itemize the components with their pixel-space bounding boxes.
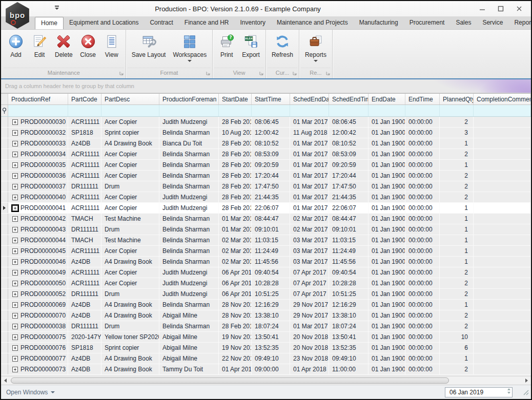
- horizontal-scrollbar[interactable]: [1, 376, 531, 385]
- maximize-button[interactable]: [493, 4, 508, 14]
- table-row[interactable]: PROD00000044TMACHTest MachineBelinda Sha…: [1, 235, 531, 246]
- table-row[interactable]: PROD000000752020-147YYellow toner SP2020…: [1, 332, 531, 343]
- expand-row-icon[interactable]: [12, 345, 18, 351]
- expand-row-icon[interactable]: [12, 184, 18, 190]
- column-header-enddate[interactable]: EndDate: [369, 94, 405, 104]
- date-spin-down-icon[interactable]: [507, 392, 510, 394]
- expand-row-icon[interactable]: [12, 227, 18, 233]
- add-button[interactable]: Add: [4, 32, 28, 59]
- quick-access-dropdown-icon[interactable]: [54, 6, 59, 12]
- table-row[interactable]: PROD00000033Az4DBA4 Drawing BookBianca D…: [1, 138, 531, 149]
- table-row[interactable]: PROD00000041ACR11111Acer CopierJudith Mu…: [1, 203, 531, 214]
- column-header-starttime[interactable]: StartTime: [252, 94, 290, 104]
- tab-contract[interactable]: Contract: [144, 17, 178, 29]
- filter-cell-endtime[interactable]: [405, 105, 440, 116]
- expand-row-icon[interactable]: [12, 141, 18, 146]
- table-row[interactable]: PROD00000043DR111111DrumBelinda Sharman0…: [1, 224, 531, 235]
- table-row[interactable]: PROD00000073Az4DBA4 Drawing BookTammy Du…: [1, 364, 531, 375]
- expand-row-icon[interactable]: [12, 162, 18, 168]
- open-windows-button[interactable]: Open Windows: [6, 389, 55, 396]
- tab-equipment-and-locations[interactable]: Equipment and Locations: [64, 17, 144, 29]
- filter-cell-schedenddate[interactable]: [290, 105, 329, 116]
- date-field[interactable]: 06 Jan 2019: [445, 387, 513, 397]
- dialog-launcher-icon[interactable]: [119, 70, 124, 76]
- scroll-right-icon[interactable]: [522, 376, 531, 385]
- column-header-endtime[interactable]: EndTime: [405, 94, 440, 104]
- filter-cell-plannedqty[interactable]: [440, 105, 474, 116]
- expand-row-icon[interactable]: [12, 324, 18, 329]
- scrollbar-thumb[interactable]: [11, 377, 449, 384]
- table-row[interactable]: PROD00000045ACR11111Acer CopierBelinda S…: [1, 246, 531, 257]
- expand-row-icon[interactable]: [12, 130, 18, 136]
- export-button[interactable]: XLSXExport: [238, 32, 263, 59]
- dialog-launcher-icon[interactable]: [326, 70, 330, 76]
- save-layout-button[interactable]: Save Layout: [128, 32, 170, 59]
- tab-home[interactable]: Home: [35, 17, 64, 29]
- expand-row-icon[interactable]: [12, 119, 18, 125]
- close-button[interactable]: [511, 4, 527, 14]
- delete-button[interactable]: Delete: [51, 32, 76, 59]
- refresh-button[interactable]: Refresh: [268, 32, 297, 59]
- filter-cell-startdate[interactable]: [219, 105, 252, 116]
- date-spin-up-icon[interactable]: [507, 388, 510, 390]
- column-header-schedendtime[interactable]: SchedEndTime: [329, 94, 369, 104]
- table-row[interactable]: PROD00000049ACR11111Acer CopierJudith Mu…: [1, 267, 531, 278]
- expand-row-icon[interactable]: [12, 356, 18, 362]
- tab-service[interactable]: Service: [477, 17, 508, 29]
- dialog-launcher-icon[interactable]: [206, 70, 210, 76]
- expand-row-icon[interactable]: [12, 216, 18, 222]
- expand-row-icon[interactable]: [12, 302, 18, 308]
- expand-row-icon[interactable]: [12, 248, 18, 254]
- table-row[interactable]: PROD00000050ACR11111Acer CopierJudith Mu…: [1, 278, 531, 289]
- expand-row-icon[interactable]: [12, 281, 18, 286]
- edit-button[interactable]: Edit: [28, 32, 51, 59]
- table-row[interactable]: PROD00000069Az4DBA4 Drawing BookBelinda …: [1, 300, 531, 310]
- print-button[interactable]: ?Print: [215, 32, 238, 59]
- table-row[interactable]: PROD00000042TMACHTest MachineBelinda Sha…: [1, 214, 531, 224]
- scroll-left-icon[interactable]: [1, 376, 10, 385]
- filter-cell-starttime[interactable]: [252, 105, 290, 116]
- filter-cell-productionref[interactable]: [8, 105, 68, 116]
- dialog-launcher-icon[interactable]: [293, 70, 297, 76]
- column-header-completioncomments[interactable]: CompletionComments: [474, 94, 531, 104]
- tab-manufacturing[interactable]: Manufacturing: [354, 17, 404, 29]
- table-row[interactable]: PROD00000077Az4DBA4 Drawing BookAbigail …: [1, 353, 531, 364]
- column-header-partdesc[interactable]: PartDesc: [101, 94, 159, 104]
- group-by-band[interactable]: Drag a column header here to group by th…: [1, 79, 531, 93]
- column-header-partcode[interactable]: PartCode: [68, 94, 101, 104]
- view-button[interactable]: View: [100, 32, 124, 59]
- table-row[interactable]: PROD00000070Az4DBA4 Drawing BookAbigail …: [1, 310, 531, 321]
- tab-sales[interactable]: Sales: [450, 17, 477, 29]
- filter-cell-partdesc[interactable]: [101, 105, 159, 116]
- dialog-launcher-icon[interactable]: [259, 70, 263, 76]
- filter-cell-completioncomments[interactable]: [474, 105, 531, 116]
- table-row[interactable]: PROD00000052DR111111DrumJudith Mudzengi0…: [1, 289, 531, 300]
- tab-inventory[interactable]: Inventory: [235, 17, 271, 29]
- table-row[interactable]: PROD00000046Az4DBA4 Drawing BookBelinda …: [1, 257, 531, 267]
- table-row[interactable]: PROD00000076SP1818Sprint copierAbigail M…: [1, 343, 531, 353]
- expand-row-icon[interactable]: [12, 238, 18, 243]
- tab-maintenance-and-projects[interactable]: Maintenance and Projects: [271, 17, 354, 29]
- table-row[interactable]: PROD00000034ACR11111Acer CopierBelinda S…: [1, 149, 531, 160]
- minimize-button[interactable]: [475, 4, 490, 14]
- expand-row-icon[interactable]: [12, 334, 18, 340]
- table-row[interactable]: PROD00000037DR111111DrumBelinda Sharman2…: [1, 181, 531, 192]
- tab-procurement[interactable]: Procurement: [404, 17, 451, 29]
- column-header-schedenddate[interactable]: SchedEndDate: [290, 94, 329, 104]
- workspaces-button[interactable]: Workspaces: [169, 32, 210, 62]
- column-header-plannedqty[interactable]: PlannedQty: [440, 94, 474, 104]
- table-row[interactable]: PROD00000035ACR11111Acer CopierBelinda S…: [1, 160, 531, 171]
- column-header-productionref[interactable]: ProductionRef: [8, 94, 68, 104]
- expand-row-icon[interactable]: [12, 259, 18, 265]
- filter-cell-partcode[interactable]: [68, 105, 101, 116]
- expand-row-icon[interactable]: [12, 195, 18, 200]
- filter-cell-schedendtime[interactable]: [329, 105, 369, 116]
- filter-cell-productionforeman[interactable]: [159, 105, 219, 116]
- table-row[interactable]: PROD00000036ACR11111Acer CopierBelinda S…: [1, 171, 531, 181]
- table-row[interactable]: PROD00000040ACR11111Acer CopierJudith Mu…: [1, 192, 531, 203]
- expand-row-icon[interactable]: [12, 205, 18, 211]
- column-header-startdate[interactable]: StartDate: [219, 94, 252, 104]
- filter-cell-enddate[interactable]: [369, 105, 405, 116]
- tab-finance-and-hr[interactable]: Finance and HR: [179, 17, 235, 29]
- expand-row-icon[interactable]: [12, 367, 18, 372]
